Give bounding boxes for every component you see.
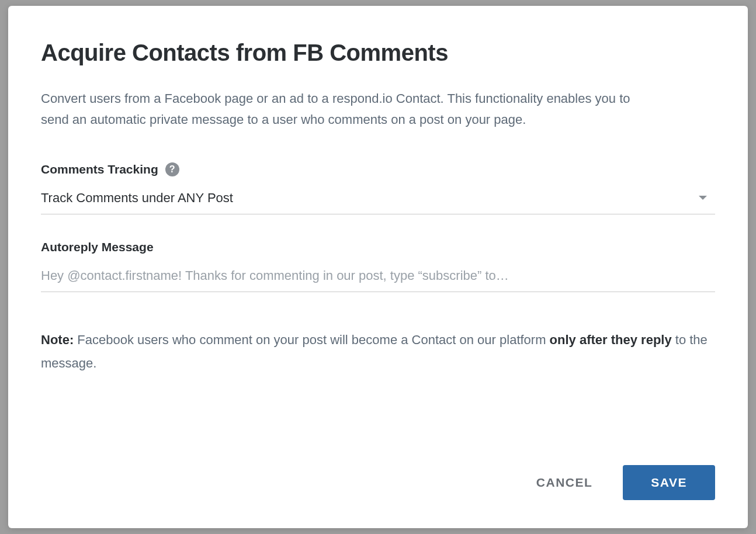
chevron-down-icon xyxy=(699,196,707,200)
note-prefix: Note: xyxy=(41,332,74,347)
comments-tracking-select[interactable]: Track Comments under ANY Post xyxy=(41,186,715,214)
modal-description: Convert users from a Facebook page or an… xyxy=(41,88,654,131)
autoreply-field: Autoreply Message xyxy=(41,240,715,292)
help-icon[interactable]: ? xyxy=(165,162,179,176)
note-text: Note: Facebook users who comment on your… xyxy=(41,328,715,376)
autoreply-label: Autoreply Message xyxy=(41,240,154,254)
autoreply-label-row: Autoreply Message xyxy=(41,240,715,254)
modal-dialog: Acquire Contacts from FB Comments Conver… xyxy=(8,6,748,528)
autoreply-input[interactable] xyxy=(41,263,715,292)
save-button[interactable]: SAVE xyxy=(623,465,715,500)
comments-tracking-label: Comments Tracking xyxy=(41,162,158,176)
modal-title: Acquire Contacts from FB Comments xyxy=(41,40,715,66)
comments-tracking-label-row: Comments Tracking ? xyxy=(41,162,715,176)
comments-tracking-value: Track Comments under ANY Post xyxy=(41,190,233,206)
note-strong: only after they reply xyxy=(550,332,672,347)
comments-tracking-field: Comments Tracking ? Track Comments under… xyxy=(41,162,715,214)
modal-actions: CANCEL SAVE xyxy=(41,442,715,500)
note-body-1: Facebook users who comment on your post … xyxy=(74,332,549,347)
cancel-button[interactable]: CANCEL xyxy=(534,471,595,494)
